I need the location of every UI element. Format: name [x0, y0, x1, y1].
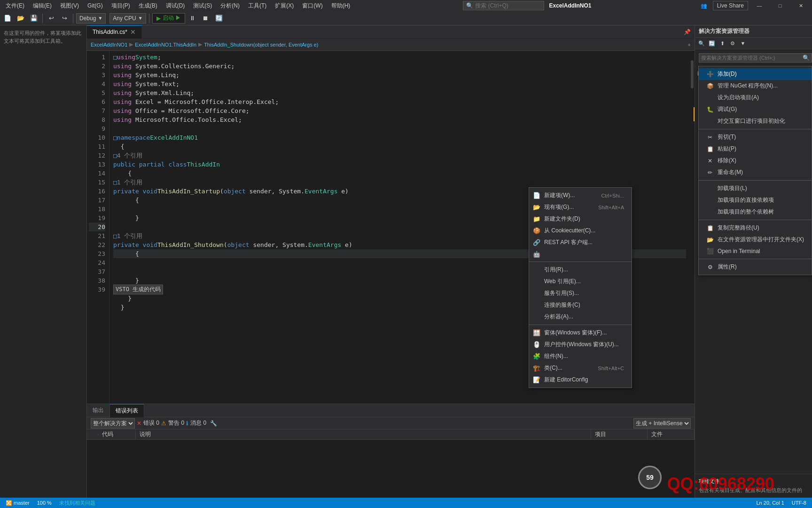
status-no-issue[interactable]: 未找到相关问题 [57, 500, 97, 507]
cm-reference[interactable]: 引用(R)... [529, 264, 632, 276]
tab-output[interactable]: 输出 [87, 404, 110, 417]
cm-sep-1 [529, 262, 632, 262]
cm-editorconfig[interactable]: 📝 新建 EditorConfig [529, 374, 632, 386]
cm-cookiecutter[interactable]: 🍪 从 Cookiecutter(C)... [529, 225, 632, 237]
scroll-thumb[interactable] [691, 60, 694, 88]
cm-usercontrol[interactable]: 🖱️ 用户控件(Windows 窗体)(U)... [529, 339, 632, 350]
menu-edit[interactable]: 编辑(E) [29, 0, 55, 11]
build-filter-dropdown[interactable]: 生成 + IntelliSense [633, 418, 691, 429]
rcm-debug[interactable]: 🐛 调试(G) [699, 103, 812, 115]
tb-pause-btn[interactable]: ⏸ [187, 13, 198, 24]
menu-build[interactable]: 生成(B) [135, 0, 161, 11]
menu-project[interactable]: 项目(P) [108, 0, 134, 11]
status-branch[interactable]: 🔀 master [4, 500, 31, 506]
menu-help[interactable]: 帮助(H) [328, 0, 354, 11]
cm-service-ref[interactable]: 服务引用(S)... [529, 287, 632, 299]
search-box[interactable]: 🔍 [463, 1, 544, 10]
rcm-unload[interactable]: 卸载项目(L) [699, 183, 812, 194]
rcm-add[interactable]: ➕ 添加(D) [699, 68, 812, 80]
status-encoding[interactable]: UTF-8 [790, 500, 808, 506]
menu-extend[interactable]: 扩展(X) [271, 0, 297, 11]
filter-icon[interactable]: 🔧 [210, 420, 217, 427]
rcm-open-terminal[interactable]: ⬛ Open in Terminal [699, 246, 812, 257]
cm-analyzer[interactable]: 分析器(A)... [529, 311, 632, 323]
tb-undo-btn[interactable]: ↩ [46, 13, 57, 24]
cpu-dropdown[interactable]: Any CPU ▼ [109, 13, 146, 24]
debug-mode-dropdown[interactable]: Debug ▼ [76, 13, 106, 24]
code-line-5: using System.Xml.Linq; [113, 88, 686, 97]
col-project[interactable]: 项目 [591, 429, 648, 439]
rcm-cut[interactable]: ✂ 剪切(T) [699, 131, 812, 143]
cm-new-item[interactable]: 📄 新建项(W)... Ctrl+Shi... [529, 190, 632, 201]
cm-winform[interactable]: 🪟 窗体(Windows 窗体)(F)... [529, 327, 632, 339]
tb-stop-btn[interactable]: ⏹ [200, 13, 211, 24]
close-button[interactable]: ✕ [791, 0, 810, 11]
rcm-remove[interactable]: ✕ 移除(X) [699, 155, 812, 167]
tb-redo-btn[interactable]: ↪ [59, 13, 70, 24]
rcm-properties[interactable]: ⚙ 属性(R) [699, 261, 812, 273]
method-selector[interactable]: ThisAddIn_Shutdown(object sender, EventA… [204, 42, 318, 48]
menu-debug[interactable]: 调试(D) [162, 0, 189, 11]
cm-connected-service[interactable]: 连接的服务(C) [529, 299, 632, 311]
error-header: 代码 说明 项目 文件 [87, 429, 695, 440]
menu-file[interactable]: 文件(E) [2, 0, 28, 11]
cm-component[interactable]: 🧩 组件(N)... [529, 350, 632, 362]
editor-expand-icon[interactable]: + [688, 42, 691, 48]
tab-error-list[interactable]: 错误列表 [110, 404, 144, 417]
rcm-nuget[interactable]: 📦 管理 NuGet 程序包(N)... [699, 80, 812, 92]
tb-restart-btn[interactable]: 🔄 [213, 13, 225, 24]
rcm-copy-path-label: 复制完整路径(U) [718, 224, 759, 232]
rp-more-btn[interactable]: ▼ [738, 39, 748, 48]
search-solution[interactable]: 🔍 [699, 53, 812, 63]
rcm-open-folder[interactable]: 📂 在文件资源管理器中打开文件夹(X) [699, 234, 812, 246]
cm-existing-item[interactable]: 📂 现有项(G)... Shift+Alt+A [529, 201, 632, 213]
menu-git[interactable]: Git(G) [84, 0, 107, 11]
rcm-load-all[interactable]: 加载项目的整个依赖树 [699, 206, 812, 218]
tab-close-icon[interactable]: ✕ [130, 28, 136, 36]
menu-tools[interactable]: 工具(T) [244, 0, 270, 11]
rp-solution-btn[interactable]: 🔍 [697, 39, 706, 48]
cm-rest-api[interactable]: 🔗 REST API 客户端... [529, 237, 632, 248]
rcm-startup[interactable]: 设为启动项目(A) [699, 92, 812, 103]
class-selector[interactable]: ExcelAddInNO1.ThisAddIn [135, 42, 196, 48]
code-editor[interactable]: 1 2 3 4 5 6 7 8 9 10 11 12 13 14 15 16 1 [87, 51, 695, 404]
cm-machine-learning[interactable]: 🤖 [529, 248, 632, 260]
menu-test[interactable]: 测试(S) [189, 0, 216, 11]
menu-view[interactable]: 视图(V) [56, 0, 83, 11]
code-line-13: { [113, 169, 686, 178]
rcm-paste[interactable]: 📋 粘贴(P) [699, 143, 812, 155]
col-desc[interactable]: 说明 [136, 429, 591, 439]
namespace-selector[interactable]: ExcelAddInNO1 [91, 42, 127, 48]
rcm-interactive[interactable]: 对交互窗口进行项目初始化 [699, 115, 812, 127]
status-zoom[interactable]: 100 % [35, 500, 54, 506]
cm-class[interactable]: 🏗️ 类(C)... Shift+Alt+C [529, 362, 632, 374]
live-share-button[interactable]: Live Share [713, 1, 748, 10]
tab-pin-icon[interactable]: 📌 [684, 29, 691, 35]
col-code[interactable]: 代码 [98, 429, 136, 439]
tb-new-btn[interactable]: 📄 [2, 13, 13, 24]
minimize-button[interactable]: — [750, 0, 769, 11]
cm-new-folder[interactable]: 📁 新建文件夹(D) [529, 213, 632, 225]
rcm-load-direct[interactable]: 加载项目的直接依赖项 [699, 194, 812, 206]
run-button[interactable]: ▶ 启动 ▶ [152, 13, 185, 24]
menu-window[interactable]: 窗口(W) [298, 0, 326, 11]
rp-refresh-btn[interactable]: 🔄 [707, 39, 717, 48]
search-solution-input[interactable] [701, 55, 802, 61]
rp-settings-btn[interactable]: ⚙ [728, 39, 737, 48]
search-input[interactable] [475, 2, 541, 9]
cm-web-ref[interactable]: Web 引用(E)... [529, 276, 632, 287]
col-icon [87, 434, 98, 436]
maximize-button[interactable]: □ [771, 0, 789, 11]
tb-open-btn[interactable]: 📂 [15, 13, 26, 24]
filter-dropdown[interactable]: 整个解决方案 [91, 418, 135, 429]
col-file[interactable]: 文件 [648, 429, 695, 439]
tab-thisaddin[interactable]: ThisAddIn.cs* ✕ [87, 25, 142, 39]
rp-collapse-btn[interactable]: ⬆ [718, 39, 727, 48]
tb-save-btn[interactable]: 💾 [28, 13, 39, 24]
editor-scrollbar[interactable] [690, 51, 695, 404]
menu-analyze[interactable]: 分析(N) [217, 0, 243, 11]
rcm-copy-path[interactable]: 📋 复制完整路径(U) [699, 222, 812, 234]
line-numbers: 1 2 3 4 5 6 7 8 9 10 11 12 13 14 15 16 1 [87, 51, 109, 404]
rcm-rename[interactable]: ✏ 重命名(M) [699, 167, 812, 178]
bottom-toolbar: 整个解决方案 ✕ 错误 0 ⚠ 警告 0 ℹ 消息 0 🔧 生成 + Intel… [87, 417, 695, 429]
